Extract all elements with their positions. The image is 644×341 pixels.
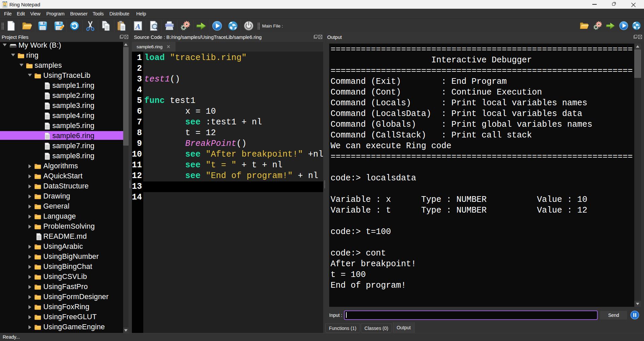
svg-text:Ring: Ring: [3, 5, 7, 7]
svg-text:A: A: [135, 22, 141, 31]
